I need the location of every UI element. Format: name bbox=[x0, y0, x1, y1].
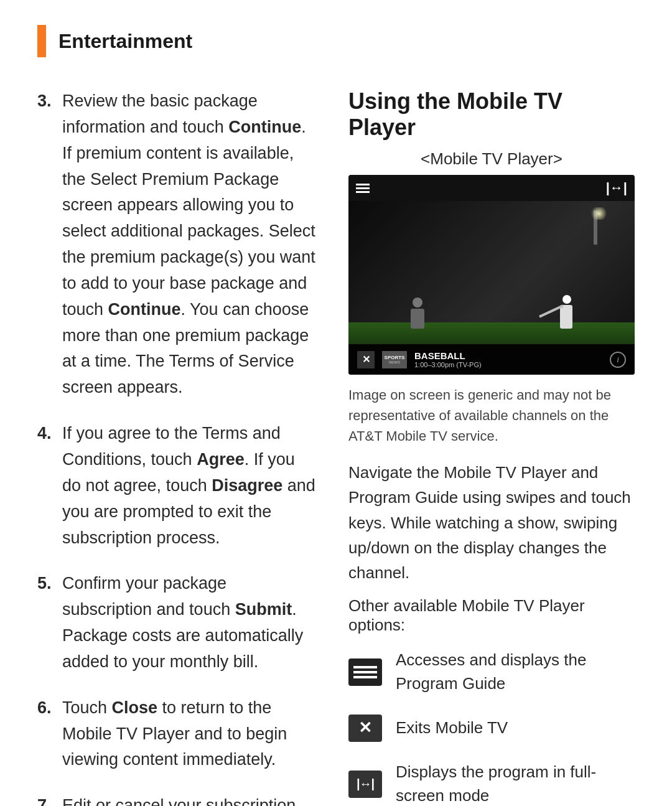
fullscreen-icon: |↔| bbox=[348, 771, 382, 798]
list-item-exit: ✕ Exits Mobile TV bbox=[348, 715, 635, 742]
icon-list: Accesses and displays the Program Guide … bbox=[348, 649, 635, 806]
light-glow bbox=[591, 207, 607, 220]
section-title: Using the Mobile TV Player bbox=[348, 88, 635, 141]
bat bbox=[539, 304, 564, 317]
step-7: 7. Edit or cancel your subscription opti… bbox=[37, 793, 317, 806]
orange-accent-bar bbox=[37, 25, 46, 57]
step-number-5: 5. bbox=[37, 571, 60, 675]
step-content-5: Confirm your package subscription and to… bbox=[62, 571, 317, 675]
tv-screenshot: |↔| bbox=[348, 175, 635, 375]
fullscreen-top-icon: |↔| bbox=[606, 180, 627, 196]
page-container: Entertainment 3. Review the basic packag… bbox=[0, 0, 672, 806]
catcher-body bbox=[411, 309, 424, 329]
catcher bbox=[411, 298, 424, 329]
step-content-7: Edit or cancel your subscription options… bbox=[62, 793, 317, 806]
step-content-4: If you agree to the Terms and Conditions… bbox=[62, 421, 317, 551]
step-number-4: 4. bbox=[37, 421, 60, 551]
step-4: 4. If you agree to the Terms and Conditi… bbox=[37, 421, 317, 551]
fullscreen-description: Displays the program in full-screen mode bbox=[396, 761, 635, 806]
page-title: Entertainment bbox=[58, 30, 192, 53]
field bbox=[348, 322, 635, 344]
step-number-3: 3. bbox=[37, 88, 60, 401]
step-3: 3. Review the basic package information … bbox=[37, 88, 317, 401]
tv-caption: Image on screen is generic and may not b… bbox=[348, 385, 635, 446]
batter bbox=[560, 295, 572, 329]
program-info: Baseball 1:00–3:00pm (TV-PG) bbox=[414, 350, 602, 368]
page-header: Entertainment bbox=[37, 25, 635, 57]
news-label: NEWS bbox=[389, 360, 400, 364]
batter-body bbox=[560, 305, 572, 329]
step-number-6: 6. bbox=[37, 695, 60, 774]
batter-head bbox=[562, 295, 571, 304]
nav-description: Navigate the Mobile TV Player and Progra… bbox=[348, 460, 635, 585]
guide-line-1 bbox=[353, 666, 377, 668]
program-title: Baseball bbox=[414, 350, 602, 361]
step-5: 5. Confirm your package subscription and… bbox=[37, 571, 317, 675]
catcher-head bbox=[413, 298, 422, 307]
channel-badge: SPORTS NEWS bbox=[382, 351, 407, 368]
close-x-icon: ✕ bbox=[357, 351, 375, 368]
step-number-7: 7. bbox=[37, 793, 60, 806]
program-time: 1:00–3:00pm (TV-PG) bbox=[414, 361, 602, 368]
menu-icon bbox=[356, 184, 370, 193]
guide-line-2 bbox=[353, 671, 377, 673]
player-label: <Mobile TV Player> bbox=[348, 149, 635, 169]
x-icon: ✕ bbox=[348, 715, 382, 742]
step-6: 6. Touch Close to return to the Mobile T… bbox=[37, 695, 317, 774]
guide-icon bbox=[348, 658, 382, 686]
content-columns: 3. Review the basic package information … bbox=[37, 88, 635, 806]
right-column: Using the Mobile TV Player <Mobile TV Pl… bbox=[348, 88, 635, 806]
tv-top-bar: |↔| bbox=[348, 175, 635, 201]
guide-line-3 bbox=[353, 676, 377, 678]
options-label: Other available Mobile TV Player options… bbox=[348, 596, 635, 635]
sports-label: SPORTS bbox=[385, 355, 405, 360]
tv-screen bbox=[348, 201, 635, 344]
steps-list: 3. Review the basic package information … bbox=[37, 88, 317, 806]
step-content-6: Touch Close to return to the Mobile TV P… bbox=[62, 695, 317, 774]
tv-bottom-bar: ✕ SPORTS NEWS Baseball 1:00–3:00pm (TV-P… bbox=[348, 344, 635, 375]
info-circle-icon: i bbox=[610, 352, 626, 368]
step-content-3: Review the basic package information and… bbox=[62, 88, 317, 401]
list-item-fullscreen: |↔| Displays the program in full-screen … bbox=[348, 761, 635, 806]
exit-description: Exits Mobile TV bbox=[396, 716, 508, 740]
left-column: 3. Review the basic package information … bbox=[37, 88, 317, 806]
guide-description: Accesses and displays the Program Guide bbox=[396, 649, 635, 695]
list-item-guide: Accesses and displays the Program Guide bbox=[348, 649, 635, 695]
